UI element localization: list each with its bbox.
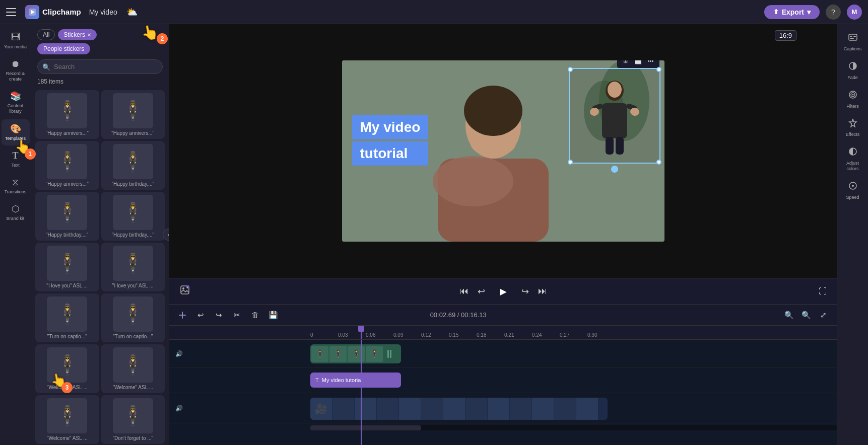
list-item[interactable]: 🕴 "Happy annivers..."	[101, 90, 165, 139]
list-item[interactable]: 🕴 "Happy birthday,..."	[35, 192, 99, 241]
skip-start-button[interactable]: ⏮	[459, 286, 469, 296]
track-row-sticker: 🔊 🕴 🕴 🕴 🕴	[169, 340, 837, 368]
svg-rect-24	[387, 350, 389, 358]
templates-icon: 🎨	[10, 123, 21, 134]
track-label-main-video: 🔊	[169, 405, 310, 412]
save-button[interactable]: 💾	[266, 308, 280, 322]
sticker-more-button[interactable]: •••	[645, 60, 656, 66]
resize-handle-br[interactable]	[656, 160, 661, 165]
right-item-captions[interactable]: Captions	[839, 28, 867, 56]
filter-stickers-close[interactable]: ✕	[87, 32, 91, 38]
sticker-thumb: 🕴	[113, 347, 153, 383]
search-input[interactable]	[37, 59, 163, 74]
timeline-toolbar: ↩ ↪ ✂ 🗑 💾 00:02.69 / 00:16.13 🔍 🔍 ⤢	[169, 305, 837, 326]
export-button[interactable]: ⬆ Export ▾	[764, 5, 820, 19]
text-clip[interactable]: T My video tutorial	[310, 373, 401, 388]
list-item[interactable]: 🕴 "Happy annivers..."	[35, 90, 99, 139]
brand-logo: Clipchamp	[25, 5, 81, 19]
list-item[interactable]: 🕴 "Happy birthday,..."	[101, 141, 165, 190]
timeline-ruler: 0 0:03 0:06 0:09 0:12 0:15 0:18 0:21 0:2…	[169, 326, 837, 340]
list-item[interactable]: 🕴 "I love you" ASL ...	[35, 243, 99, 291]
title-line-1: My video	[352, 115, 429, 139]
fit-timeline-button[interactable]: ⤢	[817, 308, 831, 322]
brand-kit-icon: ⬡	[12, 203, 20, 214]
sticker-thumb: 🕴	[113, 144, 153, 179]
search-icon: 🔍	[42, 63, 50, 70]
sticker-crop-button[interactable]: ⊞	[620, 60, 631, 66]
annotation-badge-1: 1	[25, 149, 36, 160]
zoom-controls: 🔍 🔍 ⤢	[782, 308, 831, 322]
sticker-overlay[interactable]: ⊞ ⬜ •••	[569, 68, 660, 164]
track-content-main-video: 🎥	[310, 396, 837, 421]
right-item-effects[interactable]: Effects	[839, 114, 867, 141]
annotation-badge-3: 3	[61, 382, 73, 393]
menu-icon[interactable]	[6, 5, 20, 19]
cut-button[interactable]: ✂	[230, 308, 244, 322]
track-row-text: T My video tutorial	[169, 368, 837, 393]
people-stickers-button[interactable]: People stickers	[37, 43, 90, 54]
left-panel: All Stickers ✕ People stickers 👆 2 🔍 185…	[31, 24, 169, 445]
sidebar-item-brand-kit[interactable]: ⬡ Brand kit	[2, 199, 30, 226]
fullscreen-button[interactable]: ⛶	[819, 287, 827, 296]
redo-button[interactable]: ↪	[212, 308, 226, 322]
help-icon[interactable]: ?	[826, 5, 841, 20]
right-item-filters[interactable]: Filters	[839, 86, 867, 113]
rotate-handle[interactable]	[611, 166, 618, 173]
right-sidebar: Captions Fade Filters Effects Adjust col…	[837, 24, 868, 445]
app-name: Clipchamp	[42, 8, 81, 16]
filters-label: Filters	[846, 104, 859, 109]
zoom-out-button[interactable]: 🔍	[782, 308, 796, 322]
list-item[interactable]: 🕴 "Welcome" ASL ... 👆 3	[35, 344, 99, 393]
zoom-in-button[interactable]: 🔍	[799, 308, 814, 322]
undo-button[interactable]: ↩	[193, 308, 208, 322]
timeline-scrollbar[interactable]	[310, 425, 837, 430]
resize-handle-tl[interactable]	[568, 67, 573, 72]
svg-point-9	[433, 156, 513, 206]
list-item[interactable]: 🕴 "Welcome" ASL ...	[101, 344, 165, 393]
svg-point-12	[608, 82, 622, 98]
list-item[interactable]: 🕴 "Turn on captio..."	[35, 293, 99, 342]
video-title[interactable]: My video	[89, 8, 117, 16]
resize-handle-bl[interactable]	[568, 160, 573, 165]
avatar[interactable]: M	[847, 5, 862, 20]
video-sticker-clip[interactable]: 🕴 🕴 🕴 🕴	[310, 344, 401, 363]
sticker-thumb: 🕴	[47, 144, 87, 179]
content-library-icon: 📚	[10, 91, 21, 102]
sticker-controls: ⊞ ⬜ •••	[617, 60, 659, 68]
sidebar-item-your-media[interactable]: 🎞 Your media	[2, 28, 30, 54]
right-item-adjust-colors[interactable]: Adjust colors	[839, 142, 867, 176]
forward-button[interactable]: ↪	[521, 286, 529, 297]
sidebar-item-transitions[interactable]: ⧖ Transitions	[2, 173, 30, 199]
sidebar-item-templates[interactable]: 🎨 Templates 👆 1	[2, 119, 30, 145]
sticker-pip-button[interactable]: ⬜	[633, 60, 644, 66]
resize-handle-tr[interactable]	[656, 67, 661, 72]
play-button[interactable]: ▶	[494, 282, 512, 301]
list-item[interactable]: 🕴 "Welcome" ASL ...	[35, 395, 99, 444]
main-video-clip[interactable]: 🎥	[310, 398, 608, 420]
filter-all[interactable]: All	[37, 29, 55, 40]
text-clip-label: My video tutorial	[322, 377, 362, 383]
add-track-button[interactable]	[175, 308, 189, 322]
center-area: 16:9	[169, 24, 837, 445]
list-item[interactable]: 🕴 "Don't forget to ..."	[101, 395, 165, 444]
right-item-fade[interactable]: Fade	[839, 57, 867, 85]
right-item-speed[interactable]: Speed	[839, 177, 867, 204]
list-item[interactable]: 🕴 "I love you" ASL ...	[101, 243, 165, 291]
rewind-button[interactable]: ↩	[478, 286, 485, 297]
fade-label: Fade	[847, 75, 858, 81]
skip-end-button[interactable]: ⏭	[538, 286, 547, 296]
delete-button[interactable]: 🗑	[248, 308, 262, 322]
sidebar-item-text[interactable]: T Text	[2, 146, 30, 172]
add-media-button[interactable]: +	[179, 284, 190, 298]
preview-video: My video tutorial ⊞ ⬜ •••	[342, 60, 664, 242]
list-item[interactable]: 🕴 "Happy annivers..."	[35, 141, 99, 190]
list-item[interactable]: 🕴 "Turn on captio..."	[101, 293, 165, 342]
svg-rect-28	[853, 36, 856, 37]
sidebar-item-record-create[interactable]: ⏺ Record &create	[2, 55, 30, 86]
filter-stickers[interactable]: Stickers ✕	[58, 29, 97, 40]
aspect-ratio-badge[interactable]: 16:9	[775, 30, 796, 41]
timeline-scrollbar-thumb[interactable]	[310, 425, 421, 430]
list-item[interactable]: 🕴 "Happy birthday,..."	[101, 192, 165, 241]
sidebar-item-content-library[interactable]: 📚 Contentlibrary	[2, 87, 30, 118]
sticker-thumb: 🕴	[47, 93, 87, 128]
